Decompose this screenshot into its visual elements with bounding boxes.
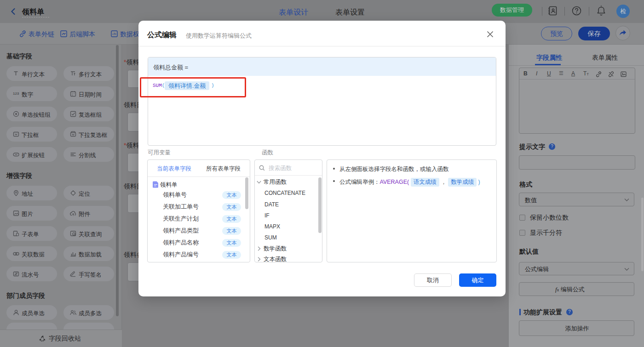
svg-text:123: 123 [13,91,19,96]
